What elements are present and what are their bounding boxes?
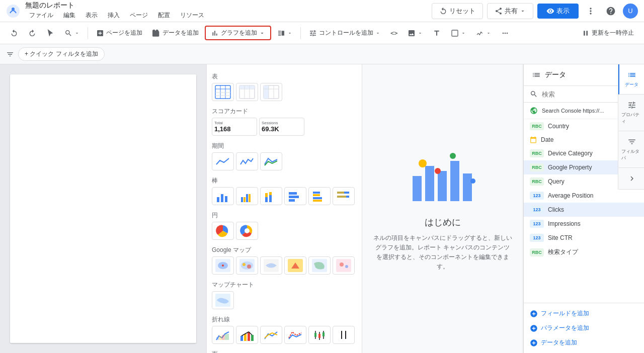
pie-chart-1[interactable] <box>212 222 234 240</box>
svg-point-47 <box>243 263 246 266</box>
scorecard-chart-1[interactable]: Total 1,168 <box>212 118 257 136</box>
period-chart-1[interactable] <box>212 152 234 170</box>
scorecard-chart-2[interactable]: Sessions 69.3K <box>259 118 304 136</box>
map-chart-4[interactable] <box>284 256 306 275</box>
menu-resources[interactable]: リソース <box>176 10 208 21</box>
add-field-button[interactable]: フィールドを追加 <box>530 307 638 320</box>
field-site-ctr[interactable]: 123 Site CTR <box>524 231 644 245</box>
map-chart-3[interactable] <box>260 256 282 275</box>
arrange-button[interactable] <box>273 27 296 39</box>
reset-button[interactable]: リセット <box>432 3 483 19</box>
add-control-button[interactable]: コントロールを追加 <box>305 27 384 39</box>
svg-rect-35 <box>313 197 322 199</box>
add-quick-filter-button[interactable]: + クイック フィルタを追加 <box>18 47 105 61</box>
bar-chart-2[interactable] <box>236 187 258 205</box>
tab-data[interactable]: データ <box>618 64 644 95</box>
field-clicks[interactable]: 123 Clicks <box>524 203 644 217</box>
tab-filter[interactable]: フィルタパ <box>618 131 644 168</box>
bar-chart-horizontal-1[interactable] <box>284 187 306 205</box>
data-tab-icon <box>627 70 636 79</box>
field-impressions[interactable]: 123 Impressions <box>524 217 644 231</box>
add-page-icon <box>96 29 104 37</box>
zoom-button[interactable] <box>60 27 84 39</box>
menu-insert[interactable]: 挿入 <box>104 10 124 21</box>
tab-properties[interactable]: プロパティ <box>618 95 644 131</box>
share-button[interactable]: 共有 <box>487 3 533 19</box>
pause-icon <box>582 29 590 37</box>
menu-edit[interactable]: 編集 <box>59 10 79 21</box>
table-chart-1[interactable] <box>212 83 234 101</box>
view-button[interactable]: 表示 <box>537 4 579 19</box>
menu-arrange[interactable]: 配置 <box>154 10 174 21</box>
svg-rect-61 <box>244 334 247 341</box>
table-chart-2[interactable] <box>236 83 258 101</box>
period-chart-2[interactable] <box>236 152 258 170</box>
mapchart-1[interactable] <box>212 291 234 309</box>
svg-rect-38 <box>337 192 344 194</box>
menu-view[interactable]: 表示 <box>82 10 102 21</box>
menu-page[interactable]: ページ <box>126 10 152 21</box>
map-chart-5[interactable] <box>308 256 331 275</box>
bar-chart-1[interactable] <box>212 187 234 205</box>
help-button[interactable] <box>603 3 619 19</box>
field-type-123-3: 123 <box>530 220 544 228</box>
bar-chart-horizontal-3[interactable] <box>333 187 355 205</box>
section-period: 期間 <box>212 139 357 152</box>
svg-rect-57 <box>219 336 222 340</box>
chevron-down-icon <box>520 8 526 14</box>
add-data-button[interactable]: データを追加 <box>530 336 638 349</box>
add-page-button[interactable]: ページを追加 <box>92 27 146 39</box>
donut-chart-1[interactable] <box>236 222 258 240</box>
avatar[interactable]: U <box>623 4 638 19</box>
image-icon <box>408 29 416 37</box>
image-button[interactable] <box>404 27 427 39</box>
add-field-icon <box>530 310 538 318</box>
add-data-button[interactable]: データを追加 <box>148 27 203 39</box>
canvas-area[interactable] <box>0 64 206 353</box>
map-chart-2[interactable] <box>236 256 258 275</box>
field-type-rbc-5: RBC <box>530 248 544 256</box>
more-toolbar-button[interactable] <box>497 27 513 39</box>
bar-chart-3[interactable] <box>260 187 282 205</box>
line-button[interactable] <box>472 27 495 39</box>
svg-rect-27 <box>265 193 268 197</box>
field-average-position[interactable]: 123 Average Position <box>524 189 644 203</box>
share-icon <box>495 7 503 15</box>
bullet-chart[interactable] <box>333 326 355 344</box>
line-chart-4[interactable] <box>284 326 306 344</box>
svg-point-82 <box>470 179 475 184</box>
field-type-123-4: 123 <box>530 234 544 242</box>
svg-point-41 <box>245 228 250 233</box>
candlestick-chart[interactable] <box>308 326 331 344</box>
more-options-button[interactable] <box>583 3 599 19</box>
svg-rect-19 <box>217 197 219 202</box>
text-button[interactable] <box>429 27 445 39</box>
bar-chart-horizontal-2[interactable] <box>308 187 331 205</box>
table-chart-3[interactable] <box>260 83 282 101</box>
expand-panel-button[interactable] <box>618 168 644 190</box>
undo-button[interactable] <box>6 27 22 39</box>
filter-tab-icon <box>627 137 636 146</box>
line-chart-1[interactable] <box>212 326 234 344</box>
add-param-button[interactable]: パラメータを追加 <box>530 322 638 334</box>
shape-button[interactable] <box>447 27 470 39</box>
line-chart-3[interactable] <box>260 326 282 344</box>
svg-rect-74 <box>413 176 422 201</box>
chevron-chart-icon <box>259 30 265 36</box>
map-chart-6[interactable] <box>333 256 355 275</box>
preview-title: はじめに <box>425 216 461 228</box>
chevron-control-icon <box>375 31 380 36</box>
undo-toolbar-icon <box>10 29 18 37</box>
filter-icon <box>6 50 14 58</box>
redo-button[interactable] <box>24 27 40 39</box>
pause-update-button[interactable]: 更新を一時停止 <box>578 27 638 39</box>
add-chart-button[interactable]: グラフを追加 <box>205 26 271 40</box>
menu-file[interactable]: ファイル <box>25 10 57 21</box>
period-chart-3[interactable] <box>260 152 282 170</box>
cursor-icon <box>46 29 54 37</box>
select-button[interactable] <box>42 27 58 39</box>
field-search-type[interactable]: RBC 検索タイプ <box>524 245 644 259</box>
embed-button[interactable]: <> <box>386 28 401 39</box>
map-chart-1[interactable] <box>212 256 234 275</box>
line-chart-2[interactable] <box>236 326 258 344</box>
